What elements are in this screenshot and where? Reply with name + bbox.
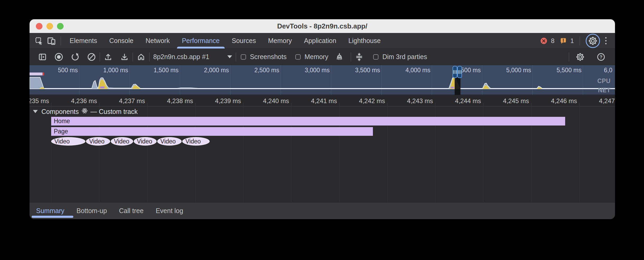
memory-checkbox[interactable]	[295, 54, 301, 60]
divider	[149, 52, 150, 61]
svg-text:?: ?	[600, 54, 603, 60]
selection-left-handle[interactable]	[453, 66, 457, 78]
details-tab-bar: SummaryBottom-upCall treeEvent log	[30, 202, 615, 219]
bar-label: Video	[54, 138, 70, 145]
tab-label: Application	[304, 37, 336, 45]
bar-label: Home	[54, 118, 70, 125]
track-gridline	[579, 107, 579, 202]
dim-3rd-parties-checkbox-group[interactable]: Dim 3rd parties	[373, 53, 427, 61]
track-bar-home[interactable]: Home	[51, 117, 565, 126]
bar-label: Video	[160, 138, 176, 145]
load-profile-icon[interactable]	[102, 51, 114, 63]
warning-count-icon[interactable]	[560, 35, 567, 47]
details-tab-summary[interactable]: Summary	[36, 207, 64, 215]
memory-label: Memory	[305, 53, 328, 61]
record-and-reload-icon[interactable]	[69, 51, 81, 63]
help-icon[interactable]: ?	[595, 51, 607, 63]
tab-label: Console	[109, 37, 133, 45]
tab-elements[interactable]: Elements	[64, 33, 103, 49]
ruler-time-label: 4,244 ms	[455, 97, 481, 105]
track-bar-video[interactable]: Video	[182, 137, 210, 146]
active-details-tab-underline	[32, 216, 73, 218]
collapse-track-icon[interactable]	[33, 110, 38, 113]
tab-application[interactable]: Application	[298, 33, 342, 49]
ruler-time-label: 4,245 ms	[503, 97, 529, 105]
divider	[569, 52, 569, 61]
error-count-icon[interactable]	[540, 35, 547, 47]
details-tab-call-tree[interactable]: Call tree	[119, 207, 143, 215]
ruler-tick	[435, 103, 435, 106]
capture-settings-gear-icon[interactable]	[574, 51, 586, 63]
screenshots-checkbox[interactable]	[241, 54, 246, 60]
details-tab-event-log[interactable]: Event log	[156, 207, 183, 215]
tab-label: Sources	[232, 37, 256, 45]
divider	[133, 52, 133, 61]
dim-3rd-parties-checkbox[interactable]	[373, 54, 378, 60]
track-bar-video[interactable]: Video	[134, 137, 157, 146]
memory-checkbox-group[interactable]: Memory	[295, 53, 328, 61]
ruler-time-label: 4,237 ms	[119, 97, 145, 105]
window-title: DevTools - 8p2n9n.csb.app/	[30, 22, 615, 30]
track-bar-video[interactable]: Video	[51, 137, 85, 146]
divider	[351, 52, 351, 61]
ruler-tick	[147, 103, 147, 106]
ruler-time-label: 4,246 ms	[551, 97, 577, 105]
ruler-time-label: 4,235 ms	[30, 97, 49, 105]
devtools-tabs: ElementsConsoleNetworkPerformanceSources…	[64, 33, 387, 49]
device-toolbar-icon[interactable]	[45, 35, 59, 47]
tab-sources[interactable]: Sources	[226, 33, 262, 49]
timeline-overview[interactable]: 500 ms1,000 ms1,500 ms2,000 ms2,500 ms3,…	[30, 65, 615, 95]
ruler-tick	[99, 103, 99, 106]
warning-count[interactable]: 1	[570, 37, 574, 45]
tab-label: Performance	[182, 37, 220, 45]
bar-label: Video	[185, 138, 201, 145]
ruler-tick	[483, 103, 483, 106]
history-select[interactable]: 8p2n9n.csb.app #1	[153, 53, 232, 61]
tab-label: Lighthouse	[348, 37, 381, 45]
selection-window-band	[455, 76, 460, 95]
tab-label: Memory	[268, 37, 292, 45]
custom-track-header: Components — Custom track	[33, 108, 138, 115]
ruler-time-label: 4,241 ms	[311, 97, 337, 105]
toolbar-right-controls: ?	[569, 51, 615, 63]
tab-memory[interactable]: Memory	[262, 33, 298, 49]
ruler-tick	[531, 103, 531, 106]
home-icon[interactable]	[135, 51, 147, 63]
track-bar-video[interactable]: Video	[86, 137, 110, 146]
track-title-suffix: — Custom track	[90, 108, 138, 115]
ruler-time-label: 4,236 ms	[71, 97, 97, 105]
cpu-activity-chart	[30, 65, 615, 95]
tab-console[interactable]: Console	[103, 33, 140, 49]
track-bar-page[interactable]: Page	[51, 127, 373, 136]
ruler-time-label: 4,247 ms	[599, 97, 615, 105]
toggle-sidebar-icon[interactable]	[37, 51, 48, 63]
clear-icon[interactable]	[86, 51, 97, 63]
ruler-tick	[339, 103, 339, 106]
ruler-time-label: 4,239 ms	[215, 97, 241, 105]
inspect-element-icon[interactable]	[33, 35, 45, 47]
record-icon[interactable]	[53, 51, 65, 63]
flame-chart-area[interactable]: Components — Custom track HomePageVideoV…	[30, 107, 615, 202]
settings-gear-icon[interactable]	[588, 35, 597, 47]
track-bar-video[interactable]: Video	[157, 137, 182, 146]
cpu-lane-label: CPU	[597, 78, 611, 85]
tab-lighthouse[interactable]: Lighthouse	[342, 33, 387, 49]
track-title-prefix: Components	[41, 108, 79, 115]
tab-performance[interactable]: Performance	[176, 33, 226, 49]
tab-network[interactable]: Network	[140, 33, 176, 49]
selection-right-handle[interactable]	[457, 66, 462, 78]
divider	[580, 36, 580, 45]
collect-garbage-icon[interactable]	[334, 51, 345, 63]
details-tab-bottom-up[interactable]: Bottom-up	[76, 207, 107, 215]
more-options-kebab-icon[interactable]	[604, 36, 608, 46]
track-bar-video[interactable]: Video	[111, 137, 133, 146]
timeline-ruler[interactable]: 4,235 ms4,236 ms4,237 ms4,238 ms4,239 ms…	[30, 95, 615, 107]
ruler-tick	[291, 103, 291, 106]
save-profile-icon[interactable]	[119, 51, 130, 63]
net-lane-label: NET	[598, 87, 611, 94]
screenshots-checkbox-group[interactable]: Screenshots	[241, 53, 287, 61]
history-select-value: 8p2n9n.csb.app #1	[153, 53, 209, 61]
error-count[interactable]: 8	[551, 37, 554, 45]
ruler-tick	[579, 103, 579, 106]
shortcuts-dialog-icon[interactable]	[353, 51, 365, 63]
